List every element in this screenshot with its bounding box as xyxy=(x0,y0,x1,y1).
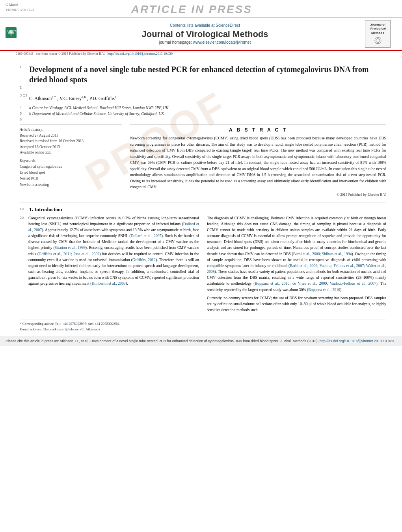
history-received: Received 27 August 2013 xyxy=(20,133,122,138)
line-num-6: 6 xyxy=(20,117,29,121)
footnote-email: E-mail address: Claire.atkinson1@nhs.net… xyxy=(20,327,386,332)
line-num-4: 4 xyxy=(20,105,29,109)
intro-heading: 1. Introduction xyxy=(29,206,62,213)
keyword-4: Newborn screening xyxy=(20,182,122,188)
lnum-20: 20 xyxy=(20,215,29,220)
abstract-heading: A B S T R A C T xyxy=(130,127,386,133)
line-num-1: 1 xyxy=(20,64,29,69)
line-num-19: 19 xyxy=(20,206,29,211)
journal-logo-img: Journal of Virological Methods xyxy=(365,20,391,48)
history-label: Article history: xyxy=(20,127,122,132)
article-in-press-banner: ARTICLE IN PRESS xyxy=(34,2,349,17)
history-revised: Received in revised form 16 October 2013 xyxy=(20,138,122,144)
main-content: 1 Development of a novel single tube nes… xyxy=(0,56,402,336)
svg-point-7 xyxy=(376,39,380,43)
authors-row: 3 Q1 C. Atkinsona,* , V.C. Emerya,b , P.… xyxy=(20,93,386,103)
authors-line: C. Atkinsona,* , V.C. Emerya,b , P.D. Gr… xyxy=(29,95,116,102)
footnote-star: * Corresponding author. Tel.: +44 207830… xyxy=(20,321,386,327)
top-bar: G Model VIRMET12351 1–5 ARTICLE IN PRESS xyxy=(0,0,402,18)
affiliation-2: b Department of Microbial and Cellular S… xyxy=(29,111,164,116)
keywords-section: Keywords: Congenital cytomegalovirus Dri… xyxy=(20,158,122,188)
journal-header: ELSEVIER Contents lists available at Sci… xyxy=(0,18,402,51)
affil2-row: 5 b Department of Microbial and Cellular… xyxy=(20,111,386,117)
article-history: Article history: Received 27 August 2013… xyxy=(20,124,122,155)
intro-para-1: Congenital cytomegalovirus (CCMV) infect… xyxy=(28,215,199,287)
intro-two-col: 20 Congenital cytomegalovirus (CCMV) inf… xyxy=(20,215,386,315)
doi-line: 0166-0934/$ – see front matter © 2013 Pu… xyxy=(0,52,402,56)
line-num-q1: 3 Q1 xyxy=(20,93,29,97)
left-column: Article history: Received 27 August 2013… xyxy=(20,124,122,196)
doi-link-top[interactable]: http://dx.doi.org/10.1016/j.jviromet.201… xyxy=(108,52,173,56)
intro-para-3: Currently, no country screens for CCMV; … xyxy=(207,295,386,313)
lnum-21 xyxy=(20,241,29,242)
line-num-5: 5 xyxy=(20,111,29,115)
history-accepted: Accepted 18 October 2013 xyxy=(20,144,122,150)
affiliation-1: a Centre for Virology, UCL Medical Schoo… xyxy=(29,106,168,110)
intro-right-col: The diagnosis of CCMV is challenging. Pe… xyxy=(207,215,386,315)
title-section: 1 Development of a novel single tube nes… xyxy=(20,64,386,89)
affil1-row: 4 a Centre for Virology, UCL Medical Sch… xyxy=(20,105,386,111)
intro-section: 19 1. Introduction 20 Congenital cytomeg… xyxy=(20,202,386,332)
copyright-notice: © 2013 Published by Elsevier B.V. xyxy=(130,193,386,196)
abstract-text: Newborn screening for congenital cytomeg… xyxy=(130,135,386,190)
keyword-2: Dried blood spot xyxy=(20,170,122,176)
keyword-3: Nested PCR xyxy=(20,176,122,182)
journal-title: Journal of Virological Methods xyxy=(45,29,365,39)
journal-link: Contents lists available at ScienceDirec… xyxy=(45,23,365,28)
citation-doi-link[interactable]: http://dx.doi.org/10.1016/j.jviromet.201… xyxy=(320,339,394,343)
right-column: A B S T R A C T Newborn screening for co… xyxy=(130,124,386,196)
bottom-citation: Please cite this article in press as: At… xyxy=(0,336,402,346)
svg-point-6 xyxy=(375,37,381,44)
g-model-label: G Model xyxy=(6,2,34,7)
svg-point-4 xyxy=(8,32,11,34)
intro-para-2: The diagnosis of CCMV is challenging. Pe… xyxy=(207,215,386,293)
line-num-2: 2 xyxy=(20,85,29,89)
elsevier-logo: ELSEVIER xyxy=(6,27,45,41)
journal-homepage: journal homepage: www.elsevier.com/locat… xyxy=(45,40,365,44)
keywords-label: Keywords: xyxy=(20,158,122,163)
journal-center: Contents lists available at ScienceDirec… xyxy=(45,23,365,44)
two-column-layout: Article history: Received 27 August 2013… xyxy=(20,124,386,196)
intro-left-col: 20 Congenital cytomegalovirus (CCMV) inf… xyxy=(20,215,199,315)
svg-point-5 xyxy=(11,32,14,34)
svg-text:ELSEVIER: ELSEVIER xyxy=(7,30,19,32)
abstract-section: A B S T R A C T Newborn screening for co… xyxy=(130,124,386,196)
article-title: Development of a novel single tube neste… xyxy=(29,64,386,85)
history-online: Available online xxx xyxy=(20,150,122,155)
journal-logo-box: Journal of Virological Methods xyxy=(365,20,396,48)
keyword-1: Congenital cytomegalovirus xyxy=(20,164,122,170)
footnote-area: * Corresponding author. Tel.: +44 207830… xyxy=(20,319,386,332)
article-id: VIRMET12351 1–5 xyxy=(6,7,34,13)
